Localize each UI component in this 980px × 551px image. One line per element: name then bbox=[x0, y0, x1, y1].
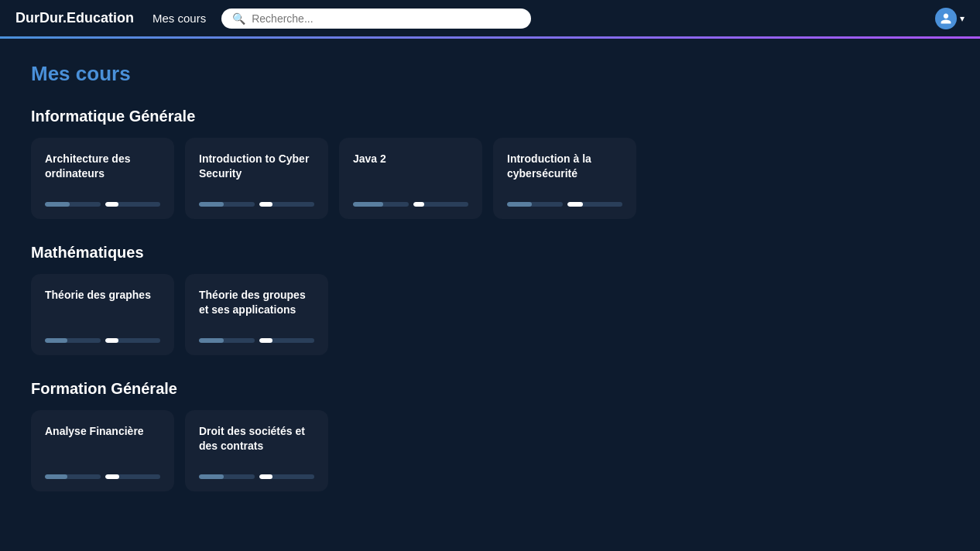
course-title-intro-cybersec-fr: Introduction à la cybersécurité bbox=[507, 152, 622, 181]
progress-fill-white-analyse-financiere bbox=[105, 474, 120, 479]
courses-grid-mathematiques: Théorie des graphesThéorie des groupes e… bbox=[31, 274, 937, 355]
progress-container-java2 bbox=[353, 202, 468, 207]
search-bar[interactable]: 🔍 bbox=[221, 9, 531, 29]
progress-container-analyse-financiere bbox=[45, 474, 160, 479]
progress-fill-white-intro-cyber bbox=[259, 202, 273, 207]
progress-fill-white-java2 bbox=[413, 202, 424, 207]
progress-fill-white-intro-cybersec-fr bbox=[567, 202, 583, 207]
course-title-analyse-financiere: Analyse Financière bbox=[45, 424, 160, 439]
section-informatique-generale: Informatique GénéraleArchitecture des or… bbox=[31, 108, 937, 219]
progress-track-blue-analyse-financiere bbox=[45, 474, 101, 479]
course-title-java2: Java 2 bbox=[353, 152, 468, 166]
course-card-archi-ordi[interactable]: Architecture des ordinateurs bbox=[31, 138, 174, 219]
progress-fill-white-theorie-graphes bbox=[105, 338, 119, 343]
progress-fill-white-theorie-groupes bbox=[259, 338, 273, 343]
search-input[interactable] bbox=[252, 12, 520, 25]
user-menu[interactable]: ▾ bbox=[935, 8, 965, 29]
progress-track-white-intro-cybersec-fr bbox=[567, 202, 623, 207]
course-title-theorie-graphes: Théorie des graphes bbox=[45, 288, 160, 303]
chevron-down-icon: ▾ bbox=[960, 13, 965, 24]
progress-track-blue-theorie-groupes bbox=[199, 338, 255, 343]
progress-track-white-theorie-groupes bbox=[259, 338, 315, 343]
course-card-theorie-graphes[interactable]: Théorie des graphes bbox=[31, 274, 174, 355]
main-content: Mes cours Informatique GénéraleArchitect… bbox=[0, 39, 968, 539]
course-card-java2[interactable]: Java 2 bbox=[339, 138, 482, 219]
progress-track-white-intro-cyber bbox=[259, 202, 315, 207]
progress-container-intro-cyber bbox=[199, 202, 314, 207]
course-card-analyse-financiere[interactable]: Analyse Financière bbox=[31, 410, 174, 491]
progress-fill-blue-intro-cybersec-fr bbox=[507, 202, 532, 207]
progress-track-blue-intro-cyber bbox=[199, 202, 255, 207]
section-title-formation-generale: Formation Générale bbox=[31, 380, 937, 398]
progress-track-blue-intro-cybersec-fr bbox=[507, 202, 563, 207]
progress-track-blue-java2 bbox=[353, 202, 409, 207]
brand-logo[interactable]: DurDur.Education bbox=[15, 10, 134, 26]
section-mathematiques: MathématiquesThéorie des graphesThéorie … bbox=[31, 244, 937, 355]
progress-fill-blue-theorie-groupes bbox=[199, 338, 224, 343]
search-icon: 🔍 bbox=[232, 12, 245, 25]
progress-track-white-java2 bbox=[413, 202, 469, 207]
progress-container-intro-cybersec-fr bbox=[507, 202, 622, 207]
progress-fill-blue-theorie-graphes bbox=[45, 338, 67, 343]
progress-fill-blue-java2 bbox=[353, 202, 383, 207]
courses-grid-informatique-generale: Architecture des ordinateursIntroduction… bbox=[31, 138, 937, 219]
progress-fill-white-archi-ordi bbox=[105, 202, 119, 207]
progress-fill-white-droit-societes bbox=[259, 474, 273, 479]
progress-track-white-droit-societes bbox=[259, 474, 315, 479]
progress-container-archi-ordi bbox=[45, 202, 160, 207]
course-card-droit-societes[interactable]: Droit des sociétés et des contrats bbox=[185, 410, 328, 491]
progress-fill-blue-droit-societes bbox=[199, 474, 224, 479]
progress-container-droit-societes bbox=[199, 474, 314, 479]
nav-mes-cours[interactable]: Mes cours bbox=[152, 12, 206, 25]
course-title-theorie-groupes: Théorie des groupes et ses applications bbox=[199, 288, 314, 317]
section-title-informatique-generale: Informatique Générale bbox=[31, 108, 937, 125]
course-card-intro-cyber[interactable]: Introduction to Cyber Security bbox=[185, 138, 328, 219]
progress-track-white-analyse-financiere bbox=[105, 474, 161, 479]
courses-grid-formation-generale: Analyse FinancièreDroit des sociétés et … bbox=[31, 410, 937, 491]
progress-container-theorie-graphes bbox=[45, 338, 160, 343]
progress-track-blue-droit-societes bbox=[199, 474, 255, 479]
page-title: Mes cours bbox=[31, 62, 937, 86]
course-title-intro-cyber: Introduction to Cyber Security bbox=[199, 152, 314, 181]
progress-track-blue-theorie-graphes bbox=[45, 338, 101, 343]
progress-container-theorie-groupes bbox=[199, 338, 314, 343]
progress-fill-blue-analyse-financiere bbox=[45, 474, 67, 479]
progress-fill-blue-archi-ordi bbox=[45, 202, 70, 207]
progress-track-blue-archi-ordi bbox=[45, 202, 101, 207]
course-title-archi-ordi: Architecture des ordinateurs bbox=[45, 152, 160, 181]
progress-track-white-archi-ordi bbox=[105, 202, 161, 207]
course-card-intro-cybersec-fr[interactable]: Introduction à la cybersécurité bbox=[493, 138, 636, 219]
section-title-mathematiques: Mathématiques bbox=[31, 244, 937, 262]
course-title-droit-societes: Droit des sociétés et des contrats bbox=[199, 424, 314, 453]
section-formation-generale: Formation GénéraleAnalyse FinancièreDroi… bbox=[31, 380, 937, 491]
sections-container: Informatique GénéraleArchitecture des or… bbox=[31, 108, 937, 491]
progress-track-white-theorie-graphes bbox=[105, 338, 161, 343]
user-avatar-icon bbox=[935, 8, 957, 29]
progress-fill-blue-intro-cyber bbox=[199, 202, 224, 207]
course-card-theorie-groupes[interactable]: Théorie des groupes et ses applications bbox=[185, 274, 328, 355]
navbar: DurDur.Education Mes cours 🔍 ▾ bbox=[0, 0, 980, 39]
